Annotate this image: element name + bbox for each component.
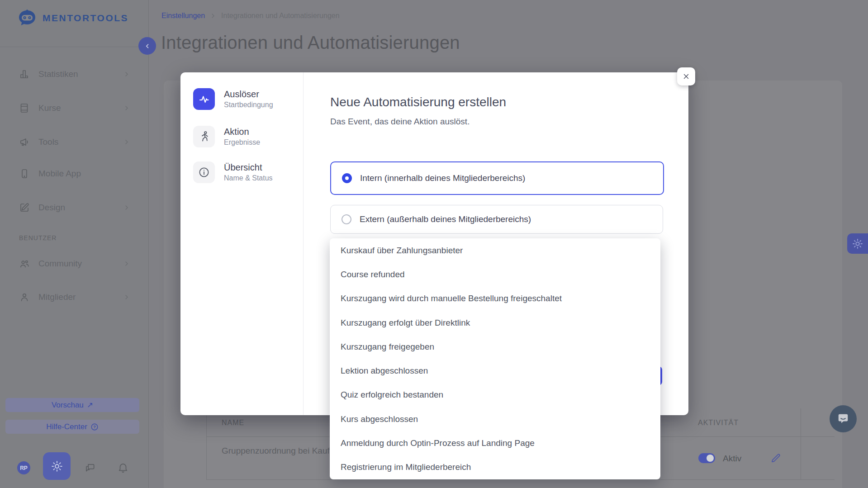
app-window: MENTORTOOLS Statistiken Kurse (0, 0, 868, 488)
option-label: Extern (außerhalb deines Mitgliederberei… (360, 214, 531, 224)
dropdown-item[interactable]: Anmeldung durch Optin-Prozess auf Landin… (330, 431, 660, 455)
dropdown-item[interactable]: Kurszugang erfolgt über Direktlink (330, 311, 660, 335)
info-icon (193, 161, 215, 183)
step-subtitle: Startbedingung (224, 101, 273, 109)
dropdown-item[interactable]: Kurs abgeschlossen (330, 407, 660, 431)
modal-title: Neue Automatisierung erstellen (330, 95, 506, 109)
step-uebersicht[interactable]: Übersicht Name & Status (193, 161, 297, 183)
dropdown-item[interactable]: Course refunded (330, 262, 660, 286)
dropdown-item[interactable]: Lektion abgeschlossen (330, 359, 660, 383)
dropdown-item[interactable]: Kurskauf über Zahlungsanbieter (330, 238, 660, 262)
modal-close-button[interactable] (677, 67, 695, 85)
dropdown-item[interactable]: Kurszugang wird durch manuelle Bestellun… (330, 287, 660, 311)
step-subtitle: Ergebnisse (224, 138, 260, 147)
modal-subtitle: Das Event, das deine Aktion auslöst. (330, 117, 470, 127)
option-intern[interactable]: Intern (innerhalb deines Mitgliederberei… (330, 161, 664, 195)
modal-steps-panel: Auslöser Startbedingung Aktion Ergebniss… (180, 72, 304, 415)
step-title: Aktion (224, 127, 249, 137)
dropdown-item[interactable]: Registrierung im Mitgliederbereich (330, 455, 660, 479)
radio-extern-unchecked[interactable] (342, 214, 351, 224)
step-subtitle: Name & Status (224, 174, 273, 182)
dropdown-item[interactable]: Kurszugang freigegeben (330, 335, 660, 359)
radio-intern-checked[interactable] (342, 173, 352, 183)
option-extern[interactable]: Extern (außerhalb deines Mitgliederberei… (330, 205, 663, 234)
dropdown-item[interactable]: Quiz erfolgreich bestanden (330, 383, 660, 407)
step-aktion[interactable]: Aktion Ergebnisse (193, 126, 297, 147)
activity-pulse-icon (193, 88, 215, 110)
runner-icon (193, 126, 215, 147)
step-title: Übersicht (224, 162, 262, 173)
event-dropdown-menu: Kurskauf über Zahlungsanbieter Course re… (330, 238, 660, 479)
option-label: Intern (innerhalb deines Mitgliederberei… (360, 173, 525, 183)
step-ausloeser[interactable]: Auslöser Startbedingung (193, 88, 297, 110)
step-title: Auslöser (224, 89, 259, 99)
close-icon (682, 72, 690, 81)
